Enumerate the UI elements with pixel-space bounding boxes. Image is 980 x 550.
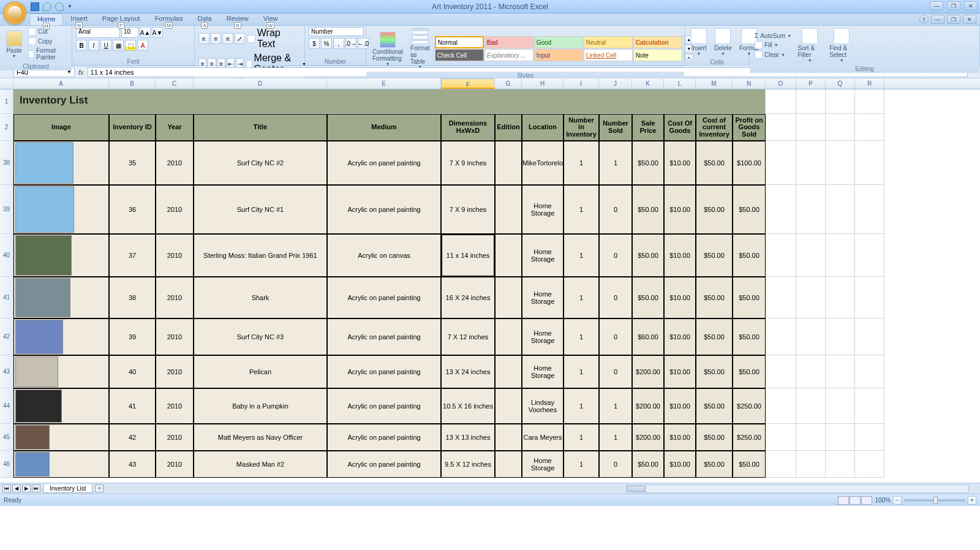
number-format-select[interactable]: Number — [309, 27, 364, 36]
table-cell[interactable]: 1 — [564, 318, 599, 355]
tab-nav-prev[interactable]: ◀ — [12, 484, 21, 492]
column-header-cell[interactable]: Profit on Goods Sold — [733, 114, 766, 141]
align-middle-button[interactable]: ≡ — [211, 33, 222, 44]
table-cell[interactable]: Cara Meyers — [522, 424, 564, 451]
empty-cell[interactable] — [796, 141, 826, 185]
empty-cell[interactable] — [826, 451, 855, 478]
normal-view-button[interactable] — [838, 496, 849, 505]
table-cell[interactable]: $50.00 — [696, 185, 733, 234]
table-cell[interactable]: $50.00 — [733, 355, 766, 388]
style-normal[interactable]: Normal — [435, 36, 484, 48]
table-cell[interactable]: 2010 — [156, 185, 194, 234]
table-cell[interactable] — [495, 318, 522, 355]
page-break-view-button[interactable] — [861, 496, 872, 505]
table-cell[interactable]: $50.00 — [632, 141, 664, 185]
table-cell[interactable]: $50.00 — [696, 451, 733, 478]
row-header[interactable]: 39 — [0, 185, 13, 234]
table-cell[interactable]: Baby in a Pumpkin — [194, 388, 327, 424]
table-cell[interactable] — [13, 141, 109, 185]
empty-cell[interactable] — [855, 451, 884, 478]
table-cell[interactable]: Masked Man #2 — [194, 451, 327, 478]
autosum-button[interactable]: ΣAutoSum▼ — [753, 32, 793, 40]
column-header-cell[interactable]: Location — [522, 114, 564, 141]
empty-cell[interactable] — [855, 277, 884, 318]
empty-cell[interactable] — [766, 277, 796, 318]
ribbon-tab-home[interactable]: HomeH — [29, 13, 63, 25]
underline-button[interactable]: U — [100, 40, 111, 51]
style-checkcell[interactable]: Check Cell — [435, 49, 484, 61]
table-cell[interactable] — [13, 355, 109, 388]
column-header-K[interactable]: K — [632, 78, 664, 89]
table-cell[interactable]: $10.00 — [664, 234, 696, 277]
empty-cell[interactable] — [855, 89, 884, 114]
table-cell[interactable]: 13 X 13 inches — [441, 424, 495, 451]
empty-cell[interactable] — [766, 388, 796, 424]
percent-button[interactable]: % — [321, 38, 332, 49]
currency-button[interactable]: $ — [309, 38, 320, 49]
fill-color-button[interactable]: ⬚ — [125, 40, 136, 51]
row-header[interactable]: 41 — [0, 277, 13, 318]
column-header-cell[interactable]: Number in Inventory — [564, 114, 599, 141]
table-cell[interactable]: 39 — [109, 318, 156, 355]
table-cell[interactable] — [495, 355, 522, 388]
row-header[interactable]: 43 — [0, 355, 13, 388]
table-cell[interactable]: 7 X 9 inches — [441, 185, 495, 234]
table-cell[interactable]: 2010 — [156, 451, 194, 478]
row-header[interactable]: 42 — [0, 318, 13, 355]
table-cell[interactable] — [495, 277, 522, 318]
empty-cell[interactable] — [766, 424, 796, 451]
column-header-G[interactable]: G — [495, 78, 522, 89]
table-cell[interactable] — [13, 318, 109, 355]
table-cell[interactable]: $200.00 — [632, 424, 664, 451]
table-cell[interactable] — [13, 388, 109, 424]
table-cell[interactable]: $50.00 — [733, 234, 766, 277]
maximize-button[interactable]: ❐ — [947, 1, 960, 10]
empty-cell[interactable] — [826, 277, 855, 318]
table-cell[interactable]: 9.5 X 12 inches — [441, 451, 495, 478]
empty-cell[interactable] — [796, 277, 826, 318]
table-cell[interactable]: 1 — [599, 424, 632, 451]
table-cell[interactable]: 36 — [109, 185, 156, 234]
page-layout-view-button[interactable] — [850, 496, 861, 505]
table-cell[interactable]: 2010 — [156, 424, 194, 451]
column-header-A[interactable]: A — [13, 78, 109, 89]
table-cell[interactable]: 2010 — [156, 234, 194, 277]
table-cell[interactable]: $50.00 — [632, 185, 664, 234]
font-size-select[interactable]: 10 — [121, 27, 138, 38]
style-note[interactable]: Note — [633, 49, 682, 61]
table-cell[interactable]: 7 X 12 inches — [441, 318, 495, 355]
ribbon-tab-page-layout[interactable]: Page LayoutP — [95, 13, 148, 25]
comma-button[interactable]: , — [333, 38, 344, 49]
empty-cell[interactable] — [855, 141, 884, 185]
table-cell[interactable]: Acrylic on panel painting — [327, 185, 441, 234]
table-cell[interactable]: 1 — [564, 355, 599, 388]
table-cell[interactable]: 42 — [109, 424, 156, 451]
table-cell[interactable]: 1 — [564, 451, 599, 478]
table-cell[interactable] — [13, 277, 109, 318]
table-cell[interactable]: Lindsay Voorhees — [522, 388, 564, 424]
doc-minimize-button[interactable]: — — [931, 15, 944, 24]
table-cell[interactable]: 1 — [564, 424, 599, 451]
table-cell[interactable]: $10.00 — [664, 277, 696, 318]
doc-restore-button[interactable]: ❐ — [947, 15, 960, 24]
empty-cell[interactable] — [766, 114, 796, 141]
table-cell[interactable] — [13, 451, 109, 478]
table-cell[interactable]: Acrylic on panel painting — [327, 424, 441, 451]
table-cell[interactable]: $250.00 — [733, 424, 766, 451]
table-cell[interactable] — [13, 234, 109, 277]
table-cell[interactable]: $10.00 — [664, 318, 696, 355]
table-cell[interactable]: 37 — [109, 234, 156, 277]
row-header[interactable]: 45 — [0, 424, 13, 451]
empty-cell[interactable] — [855, 234, 884, 277]
table-cell[interactable]: $50.00 — [696, 277, 733, 318]
table-cell[interactable]: Home Storage — [522, 451, 564, 478]
table-cell[interactable]: $50.00 — [696, 424, 733, 451]
orientation-button[interactable]: ⤢ — [235, 33, 246, 44]
empty-cell[interactable] — [766, 141, 796, 185]
table-cell[interactable] — [495, 234, 522, 277]
table-cell[interactable]: 0 — [599, 185, 632, 234]
empty-cell[interactable] — [826, 318, 855, 355]
table-cell[interactable]: $50.00 — [696, 234, 733, 277]
empty-cell[interactable] — [766, 355, 796, 388]
clear-button[interactable]: Clear▼ — [753, 50, 793, 59]
